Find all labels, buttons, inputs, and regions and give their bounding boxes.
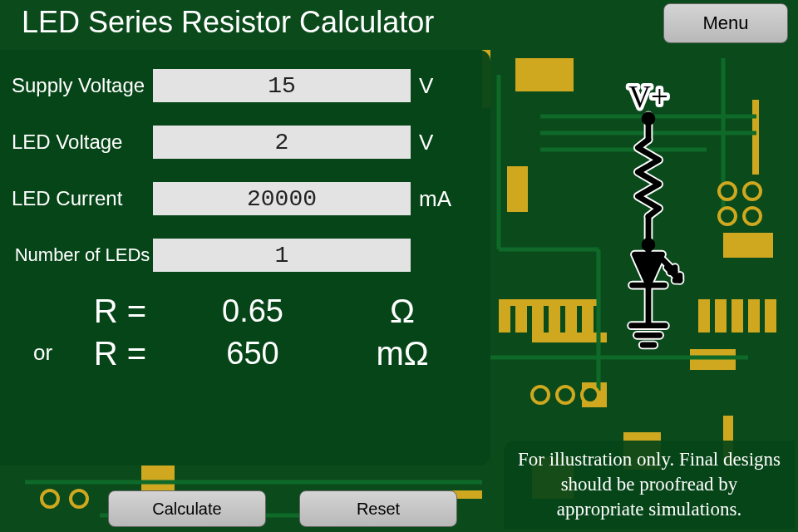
reset-button[interactable]: Reset: [299, 490, 457, 527]
row-led-voltage: LED Voltage V: [12, 123, 479, 161]
label-led-voltage: LED Voltage: [12, 131, 153, 153]
results-area: or R = 0.65 Ω R = 650 mΩ: [12, 293, 479, 372]
calculate-button[interactable]: Calculate: [108, 490, 266, 527]
result-secondary-value: 650: [153, 336, 352, 372]
input-supply-voltage[interactable]: [153, 69, 411, 102]
input-led-voltage[interactable]: [153, 126, 411, 159]
label-supply-voltage: Supply Voltage: [12, 75, 153, 96]
unit-supply-voltage: V: [411, 73, 469, 99]
page-title: LED Series Resistor Calculator: [22, 5, 434, 40]
label-led-current: LED Current: [12, 188, 153, 209]
or-label: or: [12, 340, 62, 366]
unit-led-current: mA: [411, 186, 469, 212]
result-secondary-unit: mΩ: [352, 335, 452, 372]
row-num-leds: Number of LEDs: [12, 236, 479, 274]
vplus-label: V+: [628, 83, 668, 114]
menu-button[interactable]: Menu: [663, 3, 788, 43]
input-panel: Supply Voltage V LED Voltage V LED Curre…: [0, 50, 490, 466]
circuit-schematic-icon: V+ V+: [611, 83, 686, 374]
row-led-current: LED Current mA: [12, 180, 479, 218]
result-primary-unit: Ω: [352, 293, 452, 330]
svg-marker-44: [634, 254, 662, 285]
unit-led-voltage: V: [411, 130, 469, 155]
row-supply-voltage: Supply Voltage V: [12, 66, 479, 105]
disclaimer-text: For illustration only. Final designs sho…: [504, 441, 795, 529]
result-primary-symbol: R =: [62, 293, 153, 330]
result-secondary-symbol: R =: [62, 335, 153, 372]
input-num-leds[interactable]: [153, 239, 411, 272]
label-num-leds: Number of LEDs: [12, 245, 153, 265]
input-led-current[interactable]: [153, 182, 411, 215]
svg-point-43: [644, 241, 653, 249]
result-primary-value: 0.65: [153, 293, 352, 329]
